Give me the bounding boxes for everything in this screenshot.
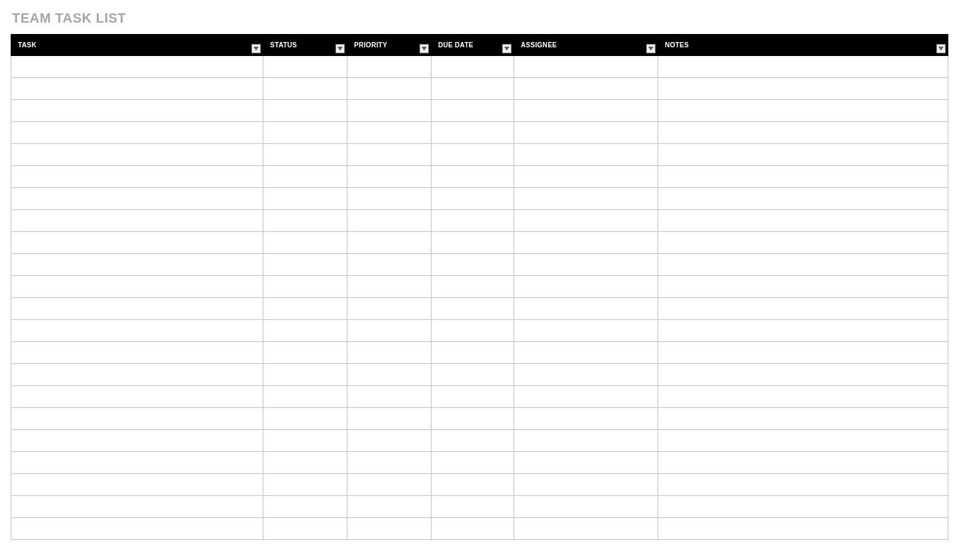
cell-notes[interactable]	[658, 232, 948, 254]
cell-task[interactable]	[11, 232, 263, 254]
cell-priority[interactable]	[347, 496, 431, 518]
cell-notes[interactable]	[658, 342, 948, 364]
cell-task[interactable]	[11, 122, 263, 144]
cell-task[interactable]	[11, 474, 263, 496]
cell-assignee[interactable]	[514, 78, 658, 100]
cell-duedate[interactable]	[431, 518, 514, 540]
cell-status[interactable]	[263, 452, 347, 474]
cell-assignee[interactable]	[514, 342, 658, 364]
cell-priority[interactable]	[347, 254, 431, 276]
cell-task[interactable]	[11, 254, 263, 276]
cell-assignee[interactable]	[514, 166, 658, 188]
filter-dropdown-icon[interactable]	[646, 44, 656, 53]
cell-notes[interactable]	[658, 452, 948, 474]
cell-task[interactable]	[11, 276, 263, 298]
filter-dropdown-icon[interactable]	[502, 44, 512, 53]
cell-status[interactable]	[263, 364, 347, 386]
cell-status[interactable]	[263, 386, 347, 408]
cell-task[interactable]	[11, 518, 263, 540]
cell-assignee[interactable]	[514, 122, 658, 144]
cell-duedate[interactable]	[431, 408, 514, 430]
cell-assignee[interactable]	[514, 408, 658, 430]
cell-priority[interactable]	[347, 298, 431, 320]
cell-status[interactable]	[263, 122, 347, 144]
cell-notes[interactable]	[658, 166, 948, 188]
cell-status[interactable]	[263, 408, 347, 430]
cell-duedate[interactable]	[431, 430, 514, 452]
cell-notes[interactable]	[658, 474, 948, 496]
cell-notes[interactable]	[658, 276, 948, 298]
cell-task[interactable]	[11, 166, 263, 188]
cell-assignee[interactable]	[514, 254, 658, 276]
cell-status[interactable]	[263, 188, 347, 210]
cell-priority[interactable]	[347, 144, 431, 166]
cell-status[interactable]	[263, 298, 347, 320]
filter-dropdown-icon[interactable]	[936, 44, 946, 53]
cell-priority[interactable]	[347, 100, 431, 122]
cell-status[interactable]	[263, 430, 347, 452]
cell-task[interactable]	[11, 364, 263, 386]
cell-task[interactable]	[11, 78, 263, 100]
cell-notes[interactable]	[658, 386, 948, 408]
cell-task[interactable]	[11, 320, 263, 342]
cell-priority[interactable]	[347, 342, 431, 364]
cell-duedate[interactable]	[431, 342, 514, 364]
cell-status[interactable]	[263, 518, 347, 540]
cell-duedate[interactable]	[431, 100, 514, 122]
cell-assignee[interactable]	[514, 100, 658, 122]
cell-assignee[interactable]	[514, 386, 658, 408]
cell-notes[interactable]	[658, 298, 948, 320]
cell-notes[interactable]	[658, 320, 948, 342]
cell-notes[interactable]	[658, 210, 948, 232]
cell-task[interactable]	[11, 496, 263, 518]
cell-status[interactable]	[263, 166, 347, 188]
cell-status[interactable]	[263, 56, 347, 78]
cell-notes[interactable]	[658, 56, 948, 78]
cell-duedate[interactable]	[431, 166, 514, 188]
cell-duedate[interactable]	[431, 298, 514, 320]
cell-priority[interactable]	[347, 188, 431, 210]
cell-duedate[interactable]	[431, 474, 514, 496]
cell-assignee[interactable]	[514, 320, 658, 342]
cell-assignee[interactable]	[514, 232, 658, 254]
cell-status[interactable]	[263, 276, 347, 298]
cell-task[interactable]	[11, 452, 263, 474]
cell-notes[interactable]	[658, 430, 948, 452]
cell-notes[interactable]	[658, 518, 948, 540]
cell-priority[interactable]	[347, 232, 431, 254]
cell-assignee[interactable]	[514, 276, 658, 298]
filter-dropdown-icon[interactable]	[251, 44, 261, 53]
cell-priority[interactable]	[347, 166, 431, 188]
cell-priority[interactable]	[347, 474, 431, 496]
cell-priority[interactable]	[347, 210, 431, 232]
cell-status[interactable]	[263, 474, 347, 496]
cell-notes[interactable]	[658, 78, 948, 100]
cell-assignee[interactable]	[514, 56, 658, 78]
cell-notes[interactable]	[658, 408, 948, 430]
cell-task[interactable]	[11, 430, 263, 452]
cell-assignee[interactable]	[514, 474, 658, 496]
cell-task[interactable]	[11, 342, 263, 364]
cell-assignee[interactable]	[514, 364, 658, 386]
cell-priority[interactable]	[347, 78, 431, 100]
cell-priority[interactable]	[347, 408, 431, 430]
cell-duedate[interactable]	[431, 210, 514, 232]
cell-assignee[interactable]	[514, 452, 658, 474]
cell-status[interactable]	[263, 232, 347, 254]
cell-priority[interactable]	[347, 122, 431, 144]
cell-duedate[interactable]	[431, 452, 514, 474]
cell-task[interactable]	[11, 56, 263, 78]
cell-task[interactable]	[11, 408, 263, 430]
cell-duedate[interactable]	[431, 386, 514, 408]
cell-priority[interactable]	[347, 386, 431, 408]
cell-priority[interactable]	[347, 364, 431, 386]
cell-task[interactable]	[11, 100, 263, 122]
cell-notes[interactable]	[658, 122, 948, 144]
cell-priority[interactable]	[347, 518, 431, 540]
cell-assignee[interactable]	[514, 518, 658, 540]
cell-notes[interactable]	[658, 144, 948, 166]
cell-duedate[interactable]	[431, 188, 514, 210]
cell-notes[interactable]	[658, 364, 948, 386]
cell-priority[interactable]	[347, 430, 431, 452]
cell-notes[interactable]	[658, 188, 948, 210]
